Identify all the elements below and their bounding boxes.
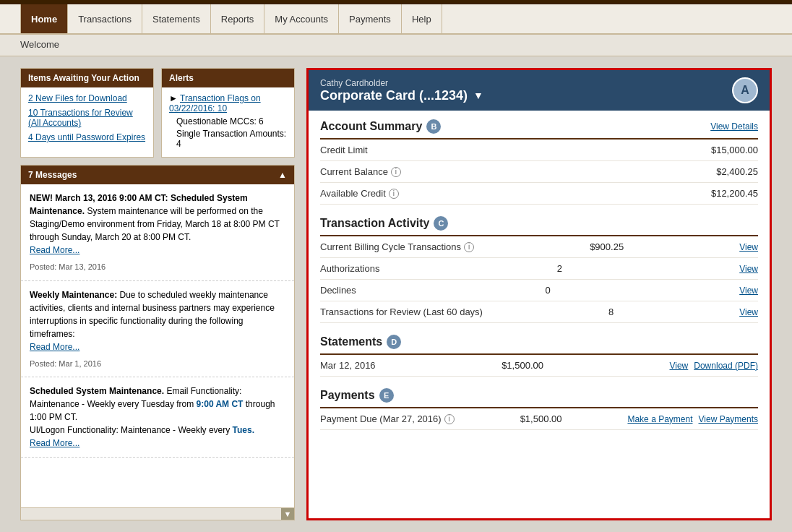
alert-transaction-flags-link[interactable]: Transaction Flags on 03/22/2016: 10	[169, 93, 261, 113]
nav-item-payments[interactable]: Payments	[339, 4, 402, 33]
credit-limit-label: Credit Limit	[320, 145, 368, 155]
payments-title: Payments E	[320, 388, 394, 403]
nav-bar: Home Transactions Statements Reports My …	[0, 4, 792, 35]
nav-item-reports[interactable]: Reports	[211, 4, 265, 33]
transactions-review-view-link[interactable]: View	[739, 307, 758, 317]
list-item: NEW! March 13, 2016 9:00 AM CT: Schedule…	[21, 184, 294, 281]
account-summary-title: Account Summary B	[320, 119, 441, 134]
transaction-activity-header: Transaction Activity C	[320, 207, 758, 236]
message-3-readmore[interactable]: Read More...	[30, 438, 79, 448]
table-row: Mar 12, 2016 $1,500.00 View Download (PD…	[320, 355, 758, 377]
account-body: Account Summary B View Details Credit Li…	[309, 111, 770, 518]
avatar: A	[732, 77, 758, 103]
available-credit-label: Available Credit i	[320, 188, 399, 199]
list-item: Scheduled System Maintenance. Email Func…	[21, 377, 294, 458]
alert-sub: Questionable MCCs: 6 Single Transaction …	[169, 116, 287, 149]
statement-view-link[interactable]: View	[669, 361, 688, 371]
view-payments-link[interactable]: View Payments	[699, 414, 758, 424]
cardholder-name: Cathy Cardholder	[320, 78, 725, 88]
make-payment-link[interactable]: Make a Payment	[627, 414, 692, 424]
alerts-box: Alerts ► Transaction Flags on 03/22/2016…	[161, 68, 295, 158]
table-row: Declines 0 View	[320, 280, 758, 301]
message-2-readmore[interactable]: Read More...	[30, 342, 79, 352]
message-3-bold: Scheduled System Maintenance.	[30, 386, 164, 396]
declines-actions: View	[739, 286, 758, 296]
statement-value: $1,500.00	[502, 360, 543, 371]
link-transactions-review[interactable]: 10 Transactions for Review (All Accounts…	[28, 108, 146, 128]
messages-title: 7 Messages	[28, 170, 77, 180]
transactions-review-actions: View	[739, 307, 758, 317]
billing-cycle-actions: View	[739, 242, 758, 252]
right-panel: Cathy Cardholder Corporate Card (...1234…	[306, 68, 772, 520]
billing-cycle-view-link[interactable]: View	[739, 242, 758, 252]
messages-scroll-container[interactable]: NEW! March 13, 2016 9:00 AM CT: Schedule…	[21, 184, 294, 507]
table-row: Authorizations 2 View	[320, 258, 758, 280]
available-credit-info-icon[interactable]: i	[389, 189, 399, 199]
credit-limit-value: $15,000.00	[711, 145, 758, 155]
messages-scroll-down-arrow[interactable]: ▼	[281, 508, 294, 520]
nav-item-home[interactable]: Home	[20, 4, 68, 33]
messages-scroll-up-arrow[interactable]: ▲	[278, 170, 287, 180]
transaction-activity-badge: C	[434, 216, 448, 231]
items-awaiting-header: Items Awaiting Your Action	[21, 69, 153, 87]
transactions-review-label: Transactions for Review (Last 60 days)	[320, 306, 483, 317]
payment-due-label: Payment Due (Mar 27, 2016) i	[320, 413, 455, 424]
payment-actions: Make a Payment View Payments	[627, 414, 758, 424]
message-2-date: Posted: Mar 1, 2016	[30, 358, 285, 370]
welcome-label: Welcome	[20, 39, 59, 50]
payment-due-info-icon[interactable]: i	[444, 414, 455, 424]
declines-label: Declines	[320, 285, 356, 296]
payments-badge: E	[379, 388, 394, 403]
alert-questionable-mccs: Questionable MCCs: 6	[176, 116, 287, 126]
nav-item-myaccounts[interactable]: My Accounts	[264, 4, 339, 33]
messages-box: 7 Messages ▲ NEW! March 13, 2016 9:00 AM…	[20, 165, 295, 520]
account-dropdown-chevron[interactable]: ▼	[473, 90, 483, 101]
link-days-password[interactable]: 4 Days until Password Expires	[28, 132, 146, 142]
statement-actions: View Download (PDF)	[669, 361, 758, 371]
account-summary-badge: B	[426, 119, 441, 134]
messages-header: 7 Messages ▲	[21, 166, 294, 184]
statements-badge: D	[387, 335, 401, 349]
items-awaiting-body: 2 New Files for Download 10 Transactions…	[21, 87, 153, 153]
available-credit-value: $12,200.45	[711, 188, 758, 199]
billing-cycle-label: Current Billing Cycle Transactions i	[320, 241, 474, 252]
authorizations-actions: View	[739, 264, 758, 274]
payments-title-text: Payments	[320, 389, 375, 402]
table-row: Payment Due (Mar 27, 2016) i $1,500.00 M…	[320, 408, 758, 430]
declines-value: 0	[545, 285, 550, 296]
current-balance-info-icon[interactable]: i	[391, 167, 401, 177]
welcome-bar: Welcome	[0, 35, 792, 56]
items-awaiting-box: Items Awaiting Your Action 2 New Files f…	[20, 68, 154, 158]
view-details-link[interactable]: View Details	[710, 121, 758, 132]
current-balance-label: Current Balance i	[320, 166, 401, 177]
account-header: Cathy Cardholder Corporate Card (...1234…	[309, 70, 770, 111]
alerts-header: Alerts	[162, 69, 294, 87]
account-summary-title-text: Account Summary	[320, 120, 422, 133]
message-1-date: Posted: Mar 13, 2016	[30, 261, 285, 273]
table-row: Credit Limit $15,000.00	[320, 140, 758, 161]
nav-item-transactions[interactable]: Transactions	[68, 4, 142, 33]
account-summary-header: Account Summary B View Details	[320, 111, 758, 140]
alerts-body: ► Transaction Flags on 03/22/2016: 10 Qu…	[162, 87, 294, 157]
authorizations-label: Authorizations	[320, 263, 379, 274]
billing-cycle-value: $900.25	[590, 241, 624, 252]
declines-view-link[interactable]: View	[739, 286, 758, 296]
transaction-activity-title-text: Transaction Activity	[320, 217, 429, 230]
billing-cycle-info-icon[interactable]: i	[464, 242, 474, 252]
nav-item-statements[interactable]: Statements	[142, 4, 211, 33]
current-balance-value: $2,400.25	[716, 166, 758, 177]
payment-due-value: $1,500.00	[520, 413, 562, 424]
account-name: Corporate Card (...1234) ▼	[320, 88, 725, 103]
message-1-readmore[interactable]: Read More...	[30, 245, 79, 255]
statement-download-link[interactable]: Download (PDF)	[694, 361, 758, 371]
account-name-text: Corporate Card (...1234)	[320, 88, 468, 103]
main-content: Items Awaiting Your Action 2 New Files f…	[0, 56, 792, 532]
nav-item-help[interactable]: Help	[402, 4, 442, 33]
list-item: Weekly Maintenance: Due to scheduled wee…	[21, 281, 294, 378]
table-row: Available Credit i $12,200.45	[320, 183, 758, 205]
payments-section-header: Payments E	[320, 379, 758, 408]
link-new-files[interactable]: 2 New Files for Download	[28, 93, 146, 103]
statements-section-header: Statements D	[320, 326, 758, 355]
authorizations-view-link[interactable]: View	[739, 264, 758, 274]
table-row: Current Balance i $2,400.25	[320, 161, 758, 183]
